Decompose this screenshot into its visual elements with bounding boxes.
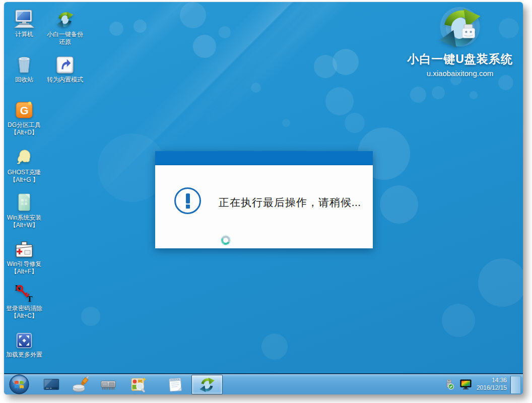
dialog-body: 正在执行最后操作，请稍候... — [155, 165, 373, 248]
desktop-icon-label: 加载更多外置 — [4, 351, 47, 359]
taskbar-button-notepad[interactable] — [166, 376, 184, 394]
desktop-preview-icon — [43, 376, 60, 393]
computer-icon — [4, 8, 47, 29]
system-tray: 14:36 2016/12/15 — [443, 374, 507, 394]
disk-cleanup-icon — [72, 376, 89, 393]
taskbar-clock[interactable]: 14:36 2016/12/15 — [477, 377, 507, 392]
progress-dialog: 正在执行最后操作，请稍候... — [155, 151, 373, 248]
memory-chip-icon — [100, 376, 117, 393]
desktop-icon-label: 计算机 — [4, 31, 47, 38]
page: 小白一键U盘装系统 u.xiaobaixitong.com 计算机 — [0, 0, 532, 403]
desktop-icon-computer[interactable]: 计算机 — [4, 8, 47, 38]
exclamation-circle-icon — [174, 187, 201, 214]
desktop-icon-load-more-external[interactable]: 加载更多外置 — [4, 328, 47, 359]
desktop-icon-win-install[interactable]: Win系统安装 【Alt+W】 — [4, 191, 47, 229]
desktop-icon-win-boot-repair[interactable]: Win引导修复 【Alt+F】 — [4, 238, 47, 276]
desktop: 小白一键U盘装系统 u.xiaobaixitong.com 计算机 — [4, 2, 523, 394]
display-settings-icon[interactable] — [459, 379, 472, 390]
nt-key-icon: N T — [4, 282, 47, 303]
taskbar-button-memory-tool[interactable] — [99, 376, 117, 394]
expand-arrows-icon — [4, 328, 47, 350]
ghost-icon — [4, 146, 47, 167]
recycle-bin-icon — [4, 53, 47, 75]
desktop-icon-label: 回收站 — [4, 76, 47, 84]
loading-spinner-icon — [220, 235, 231, 246]
first-aid-kit-icon — [4, 238, 47, 259]
desktop-icon-label: Win引导修复 【Alt+F】 — [4, 260, 47, 276]
desktop-icon-xiaobai-backup-restore[interactable]: 小白一键备份 还原 — [42, 8, 88, 46]
desktop-icon-login-password-clear[interactable]: N T 登录密码清除 【Alt+C】 — [4, 282, 47, 320]
dialog-message: 正在执行最后操作，请稍候... — [219, 195, 361, 210]
image-viewer-icon — [130, 376, 147, 393]
desktop-icon-dg-partition[interactable]: G DG分区工具 【Alt+D】 — [4, 99, 47, 137]
shortcut-arrow-icon — [42, 53, 88, 75]
dg-partition-icon: G — [4, 99, 47, 120]
backup-restore-cycle-icon — [42, 8, 88, 29]
taskbar-button-xiaobai-installer-active[interactable] — [191, 375, 223, 394]
desktop-icon-recycle-bin[interactable]: 回收站 — [4, 53, 47, 84]
desktop-icon-label: Win系统安装 【Alt+W】 — [4, 214, 47, 229]
desktop-icon-ghost-clone[interactable]: GHOST克隆 【Alt+G 】 — [4, 146, 47, 184]
start-button[interactable] — [9, 374, 29, 394]
install-file-icon — [4, 191, 47, 213]
taskbar-button-disk-cleanup[interactable] — [72, 376, 90, 394]
windows-orb-icon — [9, 374, 29, 394]
dialog-titlebar[interactable] — [155, 151, 373, 165]
taskbar-button-image-viewer[interactable] — [129, 376, 148, 394]
taskbar-button-desktop-preview[interactable] — [42, 376, 60, 394]
desktop-icon-label: DG分区工具 【Alt+D】 — [4, 121, 47, 137]
taskbar: 14:36 2016/12/15 — [4, 373, 523, 394]
svg-text:G: G — [20, 104, 28, 117]
brand-title: 小白一键U盘装系统 — [397, 51, 523, 67]
show-desktop-button[interactable] — [510, 376, 521, 394]
brand-logo: 小白一键U盘装系统 u.xiaobaixitong.com — [397, 5, 523, 78]
xiaobai-cycle-icon — [198, 376, 216, 393]
desktop-icon-internal-mode[interactable]: 转为内置模式 — [42, 53, 88, 84]
clock-time: 14:36 — [477, 377, 507, 384]
desktop-icon-label: 转为内置模式 — [42, 76, 88, 84]
desktop-icon-label: 登录密码清除 【Alt+C】 — [4, 305, 47, 320]
xiaobai-cycle-logo-icon — [436, 5, 484, 51]
brand-url: u.xiaobaixitong.com — [397, 69, 523, 78]
clock-date: 2016/12/15 — [477, 384, 507, 392]
desktop-icon-label: 小白一键备份 还原 — [42, 31, 88, 46]
desktop-icon-label: GHOST克隆 【Alt+G 】 — [4, 169, 47, 184]
notepad-icon — [167, 376, 184, 393]
usb-device-icon[interactable] — [443, 379, 455, 390]
